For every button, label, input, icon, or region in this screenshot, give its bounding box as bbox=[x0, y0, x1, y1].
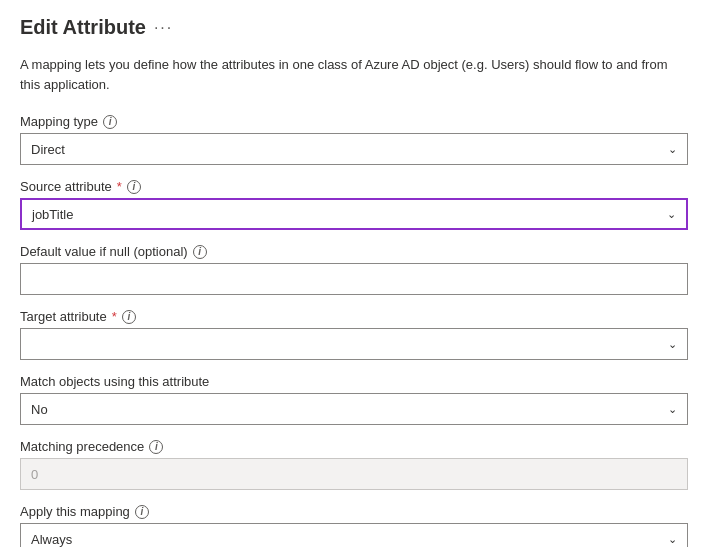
matching-precedence-input bbox=[20, 458, 688, 490]
source-attribute-select[interactable]: jobTitle ⌄ bbox=[20, 198, 688, 230]
source-attribute-group: Source attribute * i jobTitle ⌄ bbox=[20, 179, 688, 230]
match-objects-group: Match objects using this attribute No ⌄ bbox=[20, 374, 688, 425]
apply-mapping-chevron-icon: ⌄ bbox=[668, 533, 677, 546]
page-header: Edit Attribute ··· bbox=[20, 16, 688, 39]
match-objects-select[interactable]: No ⌄ bbox=[20, 393, 688, 425]
mapping-type-select[interactable]: Direct ⌄ bbox=[20, 133, 688, 165]
mapping-type-value: Direct bbox=[31, 142, 65, 157]
target-attribute-select[interactable]: ⌄ bbox=[20, 328, 688, 360]
default-value-info-icon[interactable]: i bbox=[193, 245, 207, 259]
matching-precedence-group: Matching precedence i bbox=[20, 439, 688, 490]
target-attribute-chevron-icon: ⌄ bbox=[668, 338, 677, 351]
match-objects-label: Match objects using this attribute bbox=[20, 374, 688, 389]
source-attribute-chevron-icon: ⌄ bbox=[667, 208, 676, 221]
matching-precedence-info-icon[interactable]: i bbox=[149, 440, 163, 454]
target-attribute-group: Target attribute * i ⌄ bbox=[20, 309, 688, 360]
target-attribute-label: Target attribute * i bbox=[20, 309, 688, 324]
apply-mapping-select[interactable]: Always ⌄ bbox=[20, 523, 688, 547]
default-value-label: Default value if null (optional) i bbox=[20, 244, 688, 259]
default-value-input[interactable] bbox=[20, 263, 688, 295]
matching-precedence-label: Matching precedence i bbox=[20, 439, 688, 454]
mapping-type-group: Mapping type i Direct ⌄ bbox=[20, 114, 688, 165]
mapping-type-label: Mapping type i bbox=[20, 114, 688, 129]
apply-mapping-info-icon[interactable]: i bbox=[135, 505, 149, 519]
match-objects-chevron-icon: ⌄ bbox=[668, 403, 677, 416]
mapping-type-chevron-icon: ⌄ bbox=[668, 143, 677, 156]
source-attribute-info-icon[interactable]: i bbox=[127, 180, 141, 194]
mapping-type-info-icon[interactable]: i bbox=[103, 115, 117, 129]
page-title: Edit Attribute bbox=[20, 16, 146, 39]
apply-mapping-value: Always bbox=[31, 532, 72, 547]
apply-mapping-group: Apply this mapping i Always ⌄ bbox=[20, 504, 688, 547]
default-value-group: Default value if null (optional) i bbox=[20, 244, 688, 295]
source-attribute-required: * bbox=[117, 179, 122, 194]
source-attribute-label: Source attribute * i bbox=[20, 179, 688, 194]
target-attribute-required: * bbox=[112, 309, 117, 324]
source-attribute-value: jobTitle bbox=[32, 207, 73, 222]
apply-mapping-label: Apply this mapping i bbox=[20, 504, 688, 519]
target-attribute-info-icon[interactable]: i bbox=[122, 310, 136, 324]
more-options-icon[interactable]: ··· bbox=[154, 19, 173, 37]
match-objects-value: No bbox=[31, 402, 48, 417]
page-description: A mapping lets you define how the attrib… bbox=[20, 55, 688, 94]
